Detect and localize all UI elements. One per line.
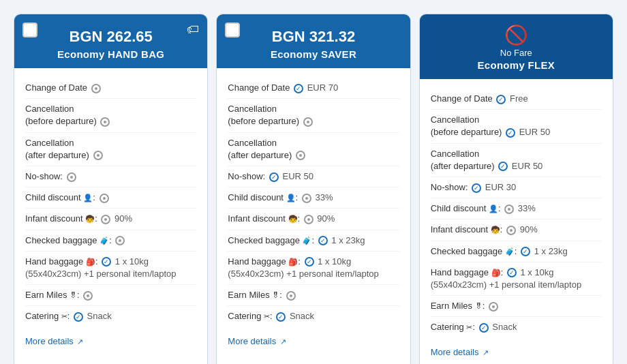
no-fare-label: No Fare [431, 48, 602, 58]
feature-row: Catering ✂: ✓ Snack [228, 306, 399, 327]
card-body-handbag: Change of Date Cancellation(before depar… [14, 68, 207, 359]
feature-row: Checked baggage 🧳: ✓ 1 x 23kg [431, 241, 602, 262]
card-price-handbag: BGN 262.65 [25, 28, 196, 46]
card-flex: 🚫No FareEconomy FLEXChange of Date ✓ Fre… [419, 14, 613, 364]
external-link-icon: ↗ [483, 348, 489, 357]
feature-row: No-show: ✓ EUR 50 [228, 166, 399, 187]
feature-row: Cancellation(before departure) [228, 99, 399, 132]
feature-row: Cancellation(after departure) [228, 133, 399, 166]
feature-row: Checked baggage 🧳: ✓ 1 x 23kg [228, 230, 399, 252]
card-header-saver: BGN 321.32Economy SAVER [217, 14, 410, 68]
card-plan-name-flex: Economy FLEX [431, 59, 602, 71]
feature-row: No-show: [25, 166, 196, 187]
card-handbag: 🏷BGN 262.65Economy HAND BAGChange of Dat… [14, 14, 208, 364]
feature-row: Hand baggage 🎒: ✓ 1 x 10kg (55x40x23cm) … [228, 252, 399, 285]
feature-row: Change of Date [25, 78, 196, 99]
card-plan-name-handbag: Economy HAND BAG [25, 48, 196, 60]
external-link-icon: ↗ [280, 337, 286, 346]
feature-row: Change of Date ✓ Free [431, 89, 602, 110]
feature-row: Infant discount 🧒: 90% [431, 219, 602, 241]
feature-row: Hand baggage 🎒: ✓ 1 x 10kg (55x40x23cm) … [25, 252, 196, 285]
feature-row: Catering ✂: ✓ Snack [25, 306, 196, 327]
card-saver: BGN 321.32Economy SAVERChange of Date ✓ … [216, 14, 410, 364]
feature-row: Child discount 👤: 33% [431, 198, 602, 219]
feature-row: Infant discount 🧒: 90% [25, 209, 196, 230]
feature-row: Earn Miles 🎖: [228, 285, 399, 306]
card-price-saver: BGN 321.32 [228, 28, 399, 46]
feature-row: Child discount 👤: 33% [228, 187, 399, 209]
no-fare-icon: 🚫 [431, 24, 602, 46]
more-details-link-saver[interactable]: More details ↗ [228, 333, 286, 349]
feature-row: Cancellation(after departure) ✓ EUR 50 [431, 144, 602, 177]
feature-row: No-show: ✓ EUR 30 [431, 177, 602, 198]
no-fare-badge: 🚫No Fare [431, 24, 602, 58]
cards-container: 🏷BGN 262.65Economy HAND BAGChange of Dat… [7, 7, 620, 364]
card-body-flex: Change of Date ✓ FreeCancellation(before… [420, 79, 613, 364]
card-header-handbag: 🏷BGN 262.65Economy HAND BAG [14, 14, 207, 68]
external-link-icon: ↗ [77, 337, 83, 346]
card-checkbox-handbag[interactable] [22, 22, 37, 37]
feature-row: Checked baggage 🧳: [25, 230, 196, 252]
more-details-link-flex[interactable]: More details ↗ [431, 344, 489, 360]
feature-row: Change of Date ✓ EUR 70 [228, 78, 399, 99]
card-plan-name-saver: Economy SAVER [228, 48, 399, 60]
feature-row: Infant discount 🧒: 90% [228, 209, 399, 230]
feature-row: Earn Miles 🎖: [25, 285, 196, 306]
card-checkbox-saver[interactable] [225, 22, 240, 37]
feature-row: Hand baggage 🎒: ✓ 1 x 10kg (55x40x23cm) … [431, 262, 602, 296]
card-header-flex: 🚫No FareEconomy FLEX [420, 14, 613, 79]
feature-row: Cancellation(before departure) [25, 99, 196, 132]
feature-row: Cancellation(after departure) [25, 133, 196, 166]
more-details-link-handbag[interactable]: More details ↗ [25, 333, 83, 349]
tag-icon: 🏷 [187, 22, 199, 37]
feature-row: Catering ✂: ✓ Snack [431, 317, 602, 337]
feature-row: Cancellation(before departure) ✓ EUR 50 [431, 110, 602, 143]
feature-row: Child discount 👤: [25, 187, 196, 209]
feature-row: Earn Miles 🎖: [431, 296, 602, 317]
card-body-saver: Change of Date ✓ EUR 70Cancellation(befo… [217, 68, 410, 359]
